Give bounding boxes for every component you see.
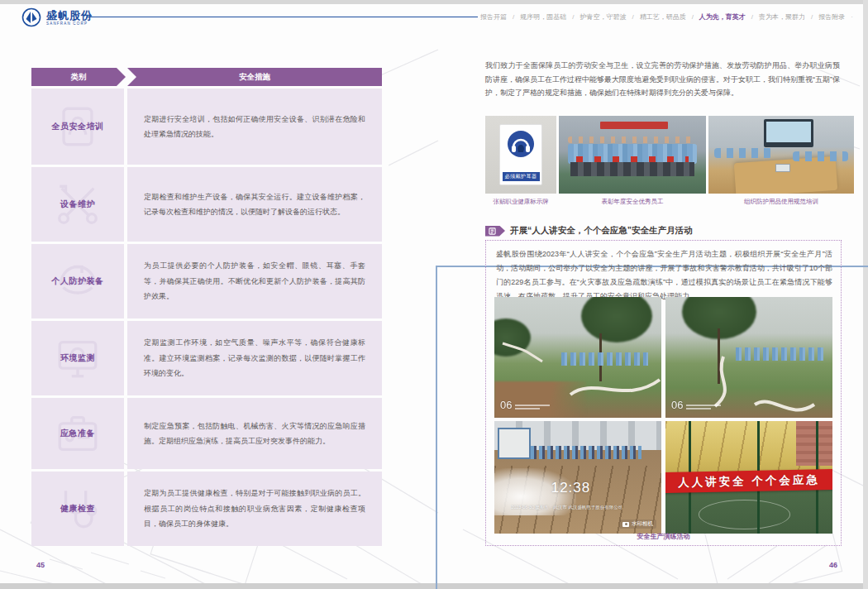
nav-item-governance[interactable]: 规序明，固基础 <box>520 12 566 22</box>
category-cell: 个人防护装备 <box>31 244 124 318</box>
fire-hose-drill-photo-2: 06 <box>665 297 832 418</box>
category-label: 环境监测 <box>60 352 95 364</box>
page-edge-top <box>0 0 868 4</box>
case-study-body: 盛帆股份围绕2023年“人人讲安全，个个会应急”安全生产月活动主题，积极组织开展… <box>496 247 832 304</box>
measure-cell: 定期为员工提供健康检查，特别是对于可能接触到职业病的员工。根据员工的岗位特点和接… <box>127 472 382 546</box>
case-study-title: 开展“人人讲安全，个个会应急”安全生产月活动 <box>510 225 693 237</box>
safety-slogan-banner: 人人讲安全 个个会应急 <box>665 469 832 493</box>
category-cell: 设备维护 <box>31 167 124 242</box>
extinguisher-drill-photo: 12:38 2023-06-30 星期五 · 武汉市 武汉盛帆电子股份有限公司 … <box>494 421 661 534</box>
photo-caption: 表彰年度安全优秀员工 <box>559 198 706 206</box>
watermark-text: 水印相机 <box>632 520 653 528</box>
logo-mark-icon <box>21 7 41 27</box>
case-study-box: 盛帆股份围绕2023年“人人讲安全，个个会应急”安全生产月活动主题，积极组织开展… <box>485 240 842 546</box>
header-category: 类别 <box>31 68 126 86</box>
safety-measures-table: 类别 安全措施 全员安全培训 定期进行安全培训，包括如何正确使用安全设备、识别潜… <box>31 68 382 548</box>
safety-banner-photo: 人人讲安全 个个会应急 <box>665 421 832 534</box>
photo-badge: 06 <box>671 399 683 411</box>
category-label: 全员安全培训 <box>52 121 104 132</box>
labor-safety-intro: 我们致力于全面保障员工的劳动安全与卫生，设立完善的劳动保护措施、发放劳动防护用品… <box>485 59 840 100</box>
ppe-training-photo <box>708 116 854 194</box>
measure-cell: 定期检查和维护生产设备，确保其安全运行。建立设备维护档案，记录每次检查和维护的情… <box>127 167 382 242</box>
category-cell: 环境监测 <box>31 321 124 395</box>
photo-strip: 必须戴护耳器 张贴职业健康标示牌 表彰年度安全优秀员工 组织防护用品使用规范培训 <box>485 116 854 206</box>
report-spread: 盛帆股份 SANFRAN CORP 报告开篇 / 规序明，固基础 / 护青空，守… <box>0 0 868 589</box>
table-row: 全员安全培训 定期进行安全培训，包括如何正确使用安全设备、识别潜在危险和处理紧急… <box>31 89 382 165</box>
category-label: 应急准备 <box>60 428 95 439</box>
red-banner-decor <box>600 122 668 129</box>
measure-cell: 为员工提供必要的个人防护装备，如安全帽、眼镜、耳塞、手套等，并确保其正确使用。不… <box>127 244 382 318</box>
company-name-en: SANFRAN CORP <box>46 22 93 26</box>
nav-separator: / <box>811 13 813 21</box>
measure-text: 制定应急预案，包括防触电、机械伤害、火灾等情况的应急响应措施。定期组织应急演练，… <box>144 419 365 449</box>
drill-grid-caption: 安全生产演练活动 <box>486 532 841 541</box>
category-label: 健康检查 <box>60 503 95 515</box>
header-rule <box>86 17 478 17</box>
measure-cell: 制定应急预案，包括防触电、机械伤害、火灾等情况的应急响应措施。定期组织应急演练，… <box>127 398 382 469</box>
table-row: 个人防护装备 为员工提供必要的个人防护装备，如安全帽、眼镜、耳塞、手套等，并确保… <box>31 244 382 318</box>
ear-protection-sign-photo: 必须戴护耳器 <box>485 116 556 194</box>
page-number-left: 45 <box>36 561 45 569</box>
timestamp-overlay: 12:38 <box>551 480 591 496</box>
category-cell: 健康检查 <box>31 472 124 546</box>
nav-separator: / <box>513 13 514 21</box>
measure-text: 定期监测工作环境，如空气质量、噪声水平等，确保符合健康标准。建立环境监测档案，记… <box>144 335 365 381</box>
safety-sign: 必须戴护耳器 <box>499 124 542 185</box>
photo-caption: 组织防护用品使用规范培训 <box>708 198 854 206</box>
photo-badge-caption-lines <box>686 405 721 411</box>
photo-caption: 张贴职业健康标示牌 <box>485 198 556 206</box>
sign-text: 必须戴护耳器 <box>503 172 540 181</box>
header-measures: 安全措施 <box>127 68 382 86</box>
measure-text: 定期为员工提供健康检查，特别是对于可能接触到职业病的员工。根据员工的岗位特点和接… <box>144 486 365 531</box>
nav-separator: / <box>751 13 753 21</box>
photo-badge-caption-lines <box>515 405 550 411</box>
nav-separator: / <box>692 13 694 21</box>
page-edge-right <box>863 0 868 589</box>
table-row: 健康检查 定期为员工提供健康检查，特别是对于可能接触到职业病的员工。根据员工的岗… <box>31 472 382 546</box>
measure-text: 定期检查和维护生产设备，确保其安全运行。建立设备维护档案，记录每次检查和维护的情… <box>144 189 365 220</box>
company-name: 盛帆股份 <box>46 10 93 22</box>
banner-text: 人人讲安全 个个会应急 <box>678 472 820 491</box>
category-label: 设备维护 <box>60 199 95 210</box>
ear-muff-sign-icon <box>506 129 536 159</box>
nav-item-quality[interactable]: 精工艺，研品质 <box>640 12 686 22</box>
timestamp-detail: 2023-06-30 星期五 · 武汉市 武汉盛帆电子股份有限公司 <box>511 505 651 510</box>
nav-item-opening[interactable]: 报告开篇 <box>480 12 507 22</box>
table-header-row: 类别 安全措施 <box>31 68 382 86</box>
measure-cell: 定期监测工作环境，如空气质量、噪声水平等，确保符合健康标准。建立环境监测档案，记… <box>127 321 382 395</box>
camera-icon <box>622 522 629 527</box>
category-label: 个人防护装备 <box>52 275 104 287</box>
nav-item-environment[interactable]: 护青空，守碧波 <box>579 12 626 22</box>
table-row: 应急准备 制定应急预案，包括防触电、机械伤害、火灾等情况的应急响应措施。定期组织… <box>31 398 382 469</box>
nav-item-appendix[interactable]: 报告附录 <box>818 12 845 22</box>
measure-cell: 定期进行安全培训，包括如何正确使用安全设备、识别潜在危险和处理紧急情况的技能。 <box>127 89 382 165</box>
case-study-flag-icon <box>485 226 505 237</box>
page-edge-bottom <box>0 583 868 589</box>
measure-text: 为员工提供必要的个人防护装备，如安全帽、眼镜、耳塞、手套等，并确保其正确使用。不… <box>144 258 365 304</box>
nav-separator: / <box>572 13 574 21</box>
measure-text: 定期进行安全培训，包括如何正确使用安全设备、识别潜在危险和处理紧急情况的技能。 <box>144 112 365 142</box>
nav-trailing-mark: · <box>851 13 853 21</box>
case-study-title-row: 开展“人人讲安全，个个会应急”安全生产月活动 <box>485 225 693 237</box>
nav-separator: / <box>632 13 633 21</box>
category-cell: 全员安全培训 <box>31 89 124 165</box>
blueprint-line-vertical <box>436 266 437 589</box>
photo-badge: 06 <box>500 399 512 411</box>
nav-item-responsibility[interactable]: 责为本，聚群力 <box>759 12 805 22</box>
company-logo: 盛帆股份 SANFRAN CORP <box>21 7 93 27</box>
nav-item-people-active[interactable]: 人为先，育英才 <box>699 12 746 22</box>
drill-photo-grid: 06 06 12:38 2023-06- <box>494 297 832 534</box>
award-group-photo <box>559 116 706 194</box>
category-cell: 应急准备 <box>31 398 124 469</box>
watermark-camera-badge: 水印相机 <box>619 520 656 529</box>
fire-hose-drill-photo-1: 06 <box>494 297 661 418</box>
table-row: 设备维护 定期检查和维护生产设备，确保其安全运行。建立设备维护档案，记录每次检查… <box>31 167 382 242</box>
table-row: 环境监测 定期监测工作环境，如空气质量、噪声水平等，确保符合健康标准。建立环境监… <box>31 321 382 395</box>
chapter-nav: 报告开篇 / 规序明，固基础 / 护青空，守碧波 / 精工艺，研品质 / 人为先… <box>480 12 853 22</box>
page-number-right: 46 <box>829 561 837 569</box>
